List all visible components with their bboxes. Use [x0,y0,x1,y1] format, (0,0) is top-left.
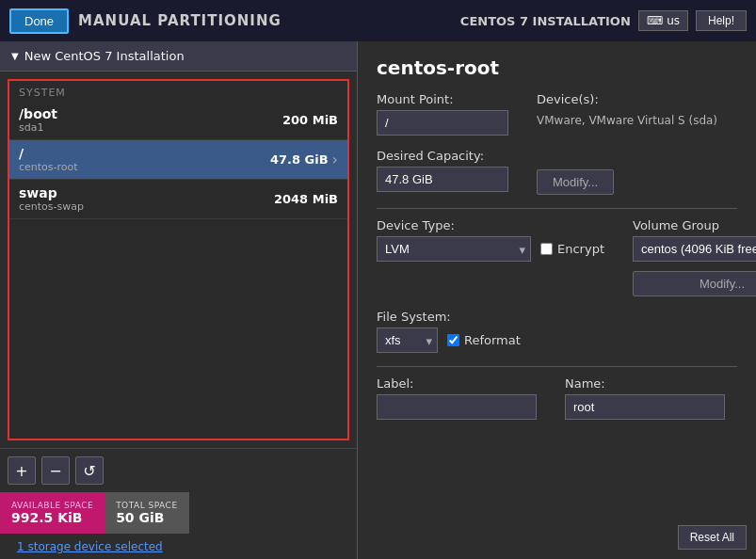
installation-header-label: New CentOS 7 Installation [24,49,185,63]
keyboard-icon: ⌨ [647,14,663,27]
label-name-row: Label: Name: [377,376,737,420]
reformat-checkbox[interactable] [447,334,459,346]
modify-group: Modify... [537,149,614,195]
right-panel: centos-root Mount Point: Device(s): VMwa… [358,41,756,559]
filesystem-row: File System: xfs ext4 ext3 ext2 vfat swa… [377,310,737,353]
installation-header: ▼ New CentOS 7 Installation [0,41,357,72]
devices-group: Device(s): VMware, VMware Virtual S (sda… [537,92,717,136]
capacity-modify-row: Desired Capacity: Modify... [377,149,737,195]
reformat-checkbox-label[interactable]: Reformat [447,333,521,347]
device-type-select-wrapper: LVM Standard Partition BTRFS LVM Thin Pr… [377,236,531,262]
available-space: AVAILABLE SPACE 992.5 KiB [0,492,105,534]
encrypt-label: Encrypt [557,242,604,256]
partition-name-root: / [19,146,270,161]
partition-size-swap: 2048 MiB [274,192,338,206]
filesystem-group: File System: xfs ext4 ext3 ext2 vfat swa… [377,310,521,353]
reset-all-button[interactable]: Reset All [678,525,747,550]
mount-point-label: Mount Point: [377,92,508,106]
label-label: Label: [377,376,537,391]
main-content: ▼ New CentOS 7 Installation SYSTEM /boot… [0,41,756,559]
top-left: Done MANUAL PARTITIONING [9,8,281,34]
encrypt-checkbox[interactable] [540,243,553,255]
modify-button-1[interactable]: Modify... [537,169,614,195]
remove-partition-button[interactable]: − [41,456,70,485]
help-button[interactable]: Help! [696,10,747,31]
partition-sub-boot: sda1 [19,121,282,134]
mount-point-input[interactable] [377,110,508,136]
keyboard-button[interactable]: ⌨ us [638,10,688,31]
page-title: MANUAL PARTITIONING [78,12,281,29]
space-bar: AVAILABLE SPACE 992.5 KiB TOTAL SPACE 50… [0,492,357,534]
partition-sub-root: centos-root [19,161,270,173]
name-input[interactable] [565,394,725,420]
partition-size-root: 47.8 GiB [270,152,329,167]
volume-group-label: Volume Group [633,218,756,232]
volume-group-select[interactable]: centos (4096 KiB free) [633,236,756,262]
desired-capacity-input[interactable] [377,167,508,192]
partition-toolbar: + − ↺ [0,449,357,492]
collapse-icon[interactable]: ▼ [11,51,19,61]
name-label: Name: [565,376,725,391]
name-group: Name: [565,376,725,420]
storage-device-link[interactable]: 1 storage device selected [8,536,172,559]
filesystem-dropdown-row: xfs ext4 ext3 ext2 vfat swap Reformat [377,327,521,353]
filesystem-label: File System: [377,310,521,324]
partition-item-swap[interactable]: swap centos-swap 2048 MiB [9,180,347,219]
divider-2 [377,366,737,367]
partition-size-boot: 200 MiB [282,113,338,127]
device-type-dropdown-row: LVM Standard Partition BTRFS LVM Thin Pr… [377,236,604,262]
partition-sub-swap: centos-swap [19,200,274,213]
device-type-vg-row: Device Type: LVM Standard Partition BTRF… [377,218,737,296]
partition-name-swap: swap [19,185,274,200]
desired-capacity-label: Desired Capacity: [377,149,508,163]
partition-info-root: / centos-root [19,146,270,173]
label-input[interactable] [377,394,537,420]
refresh-button[interactable]: ↺ [75,456,104,485]
devices-label: Device(s): [537,92,717,106]
top-bar: Done MANUAL PARTITIONING CENTOS 7 INSTAL… [0,0,756,41]
filesystem-select-wrapper: xfs ext4 ext3 ext2 vfat swap [377,327,438,353]
partition-name-boot: /boot [19,106,282,121]
partition-info-swap: swap centos-swap [19,185,274,213]
section-label: SYSTEM [9,81,347,101]
mount-device-row: Mount Point: Device(s): VMware, VMware V… [377,92,737,136]
total-space: TOTAL SPACE 50 GiB [105,492,189,534]
reformat-label: Reformat [464,333,521,347]
device-type-label: Device Type: [377,218,604,232]
available-space-value: 992.5 KiB [11,510,93,525]
vg-select-wrapper: centos (4096 KiB free) [633,236,756,262]
divider-1 [377,208,737,209]
partition-item-root[interactable]: / centos-root 47.8 GiB › [9,140,347,180]
devices-value: VMware, VMware Virtual S (sda) [537,114,717,127]
volume-group-group: Volume Group centos (4096 KiB free) Modi… [633,218,756,296]
mount-point-group: Mount Point: [377,92,508,136]
add-partition-button[interactable]: + [8,456,36,485]
installation-title: CENTOS 7 INSTALLATION [460,14,631,28]
filesystem-select[interactable]: xfs ext4 ext3 ext2 vfat swap [377,327,438,353]
modify-button-2[interactable]: Modify... [633,271,756,296]
desired-capacity-group: Desired Capacity: [377,149,508,195]
label-group: Label: [377,376,537,420]
available-space-label: AVAILABLE SPACE [11,501,93,510]
keyboard-label: us [667,14,680,27]
encrypt-checkbox-label[interactable]: Encrypt [540,242,604,256]
left-bottom: + − ↺ AVAILABLE SPACE 992.5 KiB TOTAL SP… [0,448,357,559]
device-type-select[interactable]: LVM Standard Partition BTRFS LVM Thin Pr… [377,236,531,262]
done-button[interactable]: Done [9,8,69,34]
total-space-value: 50 GiB [116,510,178,525]
top-right: CENTOS 7 INSTALLATION ⌨ us Help! [460,10,747,31]
detail-title: centos-root [377,56,737,79]
partition-info-boot: /boot sda1 [19,106,282,134]
device-type-group: Device Type: LVM Standard Partition BTRF… [377,218,604,262]
footer-actions: Reset All [678,525,747,550]
chevron-right-icon: › [332,151,338,168]
partition-item-boot[interactable]: /boot sda1 200 MiB [9,101,347,140]
left-panel: ▼ New CentOS 7 Installation SYSTEM /boot… [0,41,358,559]
total-space-label: TOTAL SPACE [116,501,178,510]
partition-list: SYSTEM /boot sda1 200 MiB / centos-root … [8,79,349,440]
